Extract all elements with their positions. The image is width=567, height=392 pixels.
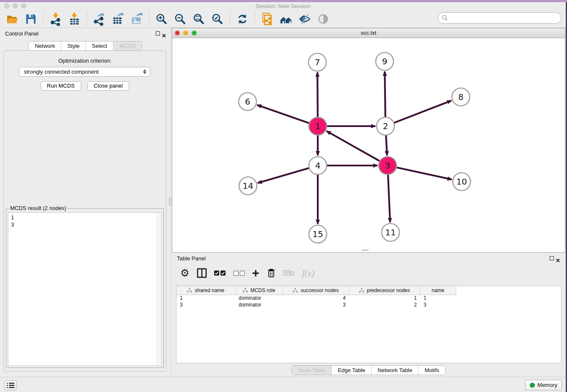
app-titlebar: Session: New Session xyxy=(0,2,566,10)
edge-1-6[interactable] xyxy=(257,105,310,124)
column-header-predecessor-nodes[interactable]: predecessor nodes xyxy=(349,286,420,295)
table-cell[interactable]: 1 xyxy=(420,295,456,301)
table-cell[interactable]: 1 xyxy=(176,295,235,301)
tab-edge-table[interactable]: Edge Table xyxy=(332,366,372,375)
close-panel-button[interactable]: Close panel xyxy=(88,81,129,91)
table-cell[interactable]: 3 xyxy=(283,301,349,308)
graph-node-1[interactable]: 1 xyxy=(309,117,327,135)
graph-node-label: 8 xyxy=(458,92,464,102)
network-window-titlebar[interactable]: ✕ − + scc.txt xyxy=(172,28,565,38)
mcds-result-group: MCDS result (2 nodes) 13 xyxy=(6,208,164,368)
tab-mcds[interactable]: MCDS xyxy=(113,41,141,50)
edge-4-14[interactable] xyxy=(258,168,310,183)
graph-node-7[interactable]: 7 xyxy=(308,53,326,71)
network-graph[interactable]: 7968124314101511 xyxy=(172,38,565,252)
graph-node-8[interactable]: 8 xyxy=(452,88,470,106)
node-table[interactable]: shared nameMCDS rolesuccessor nodesprede… xyxy=(176,286,561,363)
tab-select[interactable]: Select xyxy=(86,41,113,50)
unselect-all-columns-icon[interactable] xyxy=(233,270,245,276)
refresh-layout-icon[interactable] xyxy=(236,12,249,26)
graph-node-4[interactable]: 4 xyxy=(309,157,327,174)
graph-node-14[interactable]: 14 xyxy=(239,177,257,195)
tab-network-table[interactable]: Network Table xyxy=(372,366,418,375)
open-session-icon[interactable] xyxy=(6,12,19,26)
table-tabbar: Node TableEdge TableNetwork TableMotifs xyxy=(292,365,446,375)
first-neighbors-icon[interactable] xyxy=(279,12,293,26)
graph-node-2[interactable]: 2 xyxy=(377,117,394,135)
column-header-successor-nodes[interactable]: successor nodes xyxy=(283,286,349,295)
table-cell[interactable]: dominator xyxy=(235,301,283,308)
zoom-selected-icon[interactable] xyxy=(211,12,224,26)
edge-1-7[interactable] xyxy=(317,72,318,118)
select-all-columns-icon[interactable] xyxy=(214,270,226,276)
zoom-in-icon[interactable] xyxy=(155,12,168,26)
column-type-icon xyxy=(293,288,298,293)
table-panel-title: Table Panel xyxy=(177,255,206,262)
show-columns-icon[interactable] xyxy=(197,268,207,278)
graph-node-10[interactable]: 10 xyxy=(453,173,471,190)
graph-node-label: 10 xyxy=(456,177,467,187)
close-panel-icon[interactable]: ✕ xyxy=(162,30,166,41)
function-builder-icon[interactable]: f(x) xyxy=(302,268,314,279)
table-row[interactable]: 3dominator323 xyxy=(176,301,456,308)
show-hidden-eye-icon[interactable] xyxy=(317,12,330,26)
criterion-select[interactable]: strongly connected component xyxy=(19,67,150,77)
run-mcds-button[interactable]: Run MCDS xyxy=(41,81,81,91)
table-cell[interactable]: 1 xyxy=(349,295,420,301)
tab-motifs[interactable]: Motifs xyxy=(418,366,445,375)
mcds-result-line: 3 xyxy=(11,221,159,228)
memory-button[interactable]: Memory xyxy=(525,380,562,390)
create-column-plus-icon[interactable]: + xyxy=(252,268,260,278)
table-cell[interactable]: 2 xyxy=(349,301,420,308)
export-image-icon[interactable] xyxy=(130,12,143,26)
edge-3-11[interactable] xyxy=(388,174,390,222)
horizontal-splitter-handle[interactable] xyxy=(362,249,369,251)
delete-column-trash-icon[interactable] xyxy=(267,268,276,278)
column-header-label: shared name xyxy=(195,287,224,293)
export-table-icon[interactable] xyxy=(111,12,125,26)
graph-node-11[interactable]: 11 xyxy=(382,224,399,241)
column-header-shared-name[interactable]: shared name xyxy=(176,286,235,295)
graph-node-label: 9 xyxy=(382,56,388,66)
table-settings-gear-icon[interactable]: ⚙ xyxy=(180,268,190,278)
zoom-out-icon[interactable] xyxy=(173,12,187,26)
graph-node-label: 2 xyxy=(383,121,388,131)
edge-2-8[interactable] xyxy=(393,101,451,123)
tab-network[interactable]: Network xyxy=(29,41,61,50)
mcds-result-textarea[interactable]: 13 xyxy=(8,213,162,366)
graph-node-3[interactable]: 3 xyxy=(379,157,396,174)
export-network-icon[interactable] xyxy=(93,12,106,26)
graph-node-15[interactable]: 15 xyxy=(309,225,327,243)
edge-3-1[interactable] xyxy=(327,131,381,162)
import-network-icon[interactable] xyxy=(49,12,63,26)
search-box[interactable] xyxy=(438,12,561,24)
import-table-icon[interactable] xyxy=(68,12,81,26)
tab-style[interactable]: Style xyxy=(61,41,86,50)
edge-3-10[interactable] xyxy=(396,167,452,179)
column-type-icon xyxy=(359,288,364,293)
task-history-button[interactable] xyxy=(4,380,17,390)
float-panel-icon[interactable] xyxy=(156,31,160,36)
edge-2-3[interactable] xyxy=(386,134,387,155)
graph-node-6[interactable]: 6 xyxy=(239,93,256,110)
tab-node-table[interactable]: Node Table xyxy=(292,366,332,375)
column-header-label: successor nodes xyxy=(300,287,339,293)
column-header-name[interactable]: name xyxy=(420,286,456,295)
mcds-result-scrollbar[interactable] xyxy=(157,213,161,365)
table-cell[interactable]: 3 xyxy=(176,301,235,308)
column-header-MCDS-role[interactable]: MCDS role xyxy=(235,286,283,295)
table-float-panel-icon[interactable] xyxy=(550,256,554,260)
criterion-value: strongly connected component xyxy=(24,69,99,75)
clone-network-icon[interactable] xyxy=(261,12,274,26)
save-session-icon[interactable] xyxy=(24,12,38,26)
delete-table-icon[interactable] xyxy=(283,269,295,277)
table-cell[interactable]: 4 xyxy=(283,295,349,301)
edge-2-9[interactable] xyxy=(385,72,385,118)
table-cell[interactable]: 3 xyxy=(420,301,456,308)
table-cell[interactable]: dominator xyxy=(235,295,283,301)
graph-node-9[interactable]: 9 xyxy=(376,52,394,70)
hide-selected-eye-icon[interactable] xyxy=(298,12,311,26)
search-input[interactable] xyxy=(450,14,561,22)
table-row[interactable]: 1dominator411 xyxy=(176,295,456,301)
zoom-fit-icon[interactable] xyxy=(192,12,206,26)
